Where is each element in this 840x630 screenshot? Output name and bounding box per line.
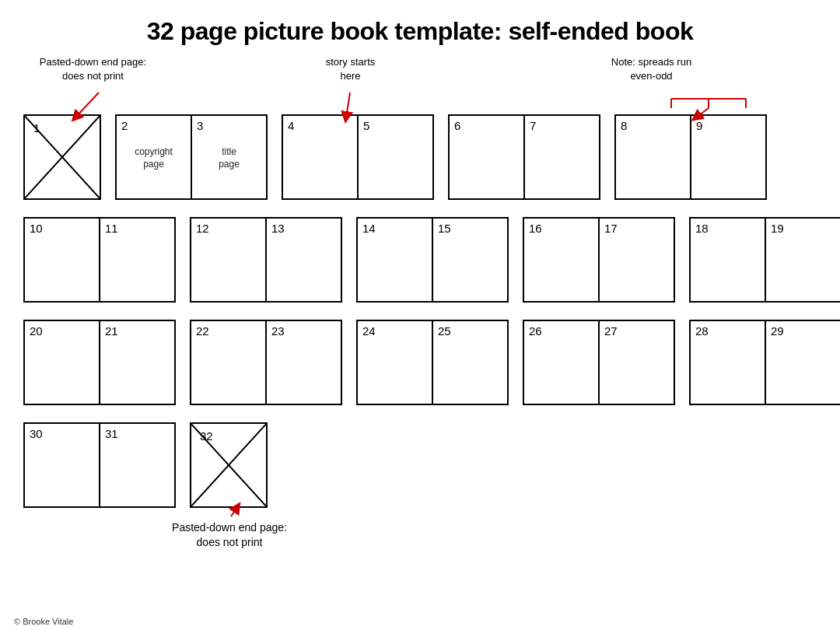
page-25: 25 <box>433 321 507 407</box>
page-num-28: 28 <box>691 321 709 338</box>
page-3: 3 titlepage <box>192 116 266 201</box>
spread-30-31: 30 31 <box>23 422 176 508</box>
spread-24-25: 24 25 <box>356 320 509 405</box>
page-num-6: 6 <box>450 116 460 132</box>
spread-20-21: 20 21 <box>23 320 176 405</box>
page-2: 2 copyrightpage <box>117 116 191 201</box>
page-num-15: 15 <box>433 219 451 235</box>
page-17: 17 <box>600 219 674 304</box>
page-15: 15 <box>433 219 507 304</box>
page-num-11: 11 <box>100 219 118 235</box>
page-num-20: 20 <box>25 321 43 338</box>
annotation-story-starts: story startshere <box>310 55 391 82</box>
page-num-30: 30 <box>25 424 43 440</box>
spread-14-15: 14 15 <box>356 217 509 303</box>
page-19: 19 <box>766 219 840 304</box>
spread-4-5: 4 5 <box>282 114 434 200</box>
page-num-7: 7 <box>525 116 536 132</box>
page-num-13: 13 <box>267 219 285 235</box>
page-num-31: 31 <box>100 424 118 440</box>
page-9: 9 <box>691 116 765 201</box>
page-num-26: 26 <box>524 321 542 338</box>
page-num-8: 8 <box>616 116 627 132</box>
spread-2-3: 2 copyrightpage 3 titlepage <box>115 114 268 200</box>
spread-32: 32 <box>190 422 268 508</box>
page-13: 13 <box>267 219 341 304</box>
page-num-22: 22 <box>191 321 209 338</box>
page-12: 12 <box>191 219 265 304</box>
page-num-9: 9 <box>691 116 702 132</box>
spread-16-17: 16 17 <box>523 217 675 303</box>
page-num-1: 1 <box>29 118 40 135</box>
page-10: 10 <box>25 219 99 304</box>
annotation-pasted-down-top: Pasted-down end page:does not print <box>33 55 153 82</box>
page-22: 22 <box>191 321 265 407</box>
page-num-19: 19 <box>766 219 784 235</box>
spread-22-23: 22 23 <box>190 320 342 405</box>
svg-line-11 <box>231 507 237 516</box>
page-num-4: 4 <box>283 116 294 132</box>
page-num-21: 21 <box>100 321 118 338</box>
page-31: 31 <box>100 424 174 509</box>
spread-26-27: 26 27 <box>523 320 675 405</box>
page-8: 8 <box>616 116 690 201</box>
page-29: 29 <box>766 321 840 407</box>
page-num-24: 24 <box>358 321 376 338</box>
page-6: 6 <box>450 116 523 201</box>
page-5: 5 <box>359 116 432 201</box>
annotation-pasted-down-bottom: Pasted-down end page:does not print <box>152 520 307 550</box>
page-num-10: 10 <box>25 219 43 235</box>
spread-1: 1 <box>23 114 101 200</box>
page-16: 16 <box>524 219 598 304</box>
page-num-5: 5 <box>359 116 369 132</box>
page-num-2: 2 <box>117 116 128 132</box>
spread-10-11: 10 11 <box>23 217 176 303</box>
page-21: 21 <box>100 321 174 407</box>
page-num-3: 3 <box>192 116 203 132</box>
spread-12-13: 12 13 <box>190 217 342 303</box>
page-24: 24 <box>358 321 432 407</box>
spread-6-7: 6 7 <box>448 114 600 200</box>
page-num-32: 32 <box>195 426 213 443</box>
page-num-17: 17 <box>600 219 618 235</box>
page-num-29: 29 <box>766 321 784 338</box>
page-num-16: 16 <box>524 219 542 235</box>
page-label-2: copyrightpage <box>135 146 173 170</box>
page-num-23: 23 <box>267 321 285 338</box>
page-num-18: 18 <box>691 219 709 235</box>
page-num-14: 14 <box>358 219 376 235</box>
page-num-27: 27 <box>600 321 618 338</box>
page-11: 11 <box>100 219 174 304</box>
page-4: 4 <box>283 116 357 201</box>
page-num-12: 12 <box>191 219 209 235</box>
page-27: 27 <box>600 321 674 407</box>
page-title: 32 page picture book template: self-ende… <box>0 0 840 54</box>
page-14: 14 <box>358 219 432 304</box>
page-20: 20 <box>25 321 99 407</box>
annotation-note-spreads: Note: spreads runeven-odd <box>583 55 719 82</box>
page-label-3: titlepage <box>219 146 240 170</box>
page-28: 28 <box>691 321 765 407</box>
page-num-25: 25 <box>433 321 451 338</box>
spread-28-29: 28 29 <box>689 320 840 405</box>
spread-18-19: 18 19 <box>689 217 840 303</box>
page-26: 26 <box>524 321 598 407</box>
main-area: Pasted-down end page:does not print stor… <box>0 54 840 629</box>
page-30: 30 <box>25 424 99 509</box>
page-23: 23 <box>267 321 341 407</box>
page-7: 7 <box>525 116 599 201</box>
page-18: 18 <box>691 219 765 304</box>
spread-8-9: 8 9 <box>614 114 767 200</box>
copyright-footer: © Brooke Vitale <box>14 617 73 626</box>
